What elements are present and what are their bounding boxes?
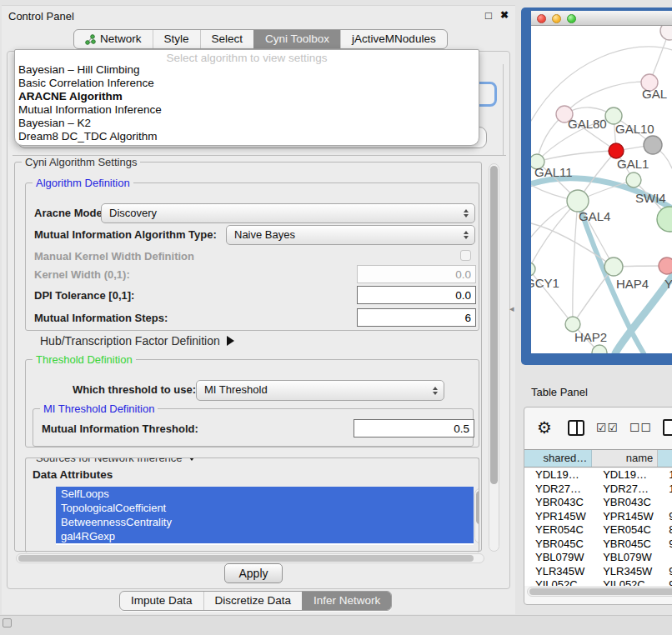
network-node[interactable] (644, 136, 662, 154)
algorithm-option[interactable]: ARACNE Algorithm (15, 90, 479, 103)
table-horizontal-scrollbar[interactable] (527, 587, 672, 597)
tab-cyni-toolbox[interactable]: Cyni Toolbox (253, 30, 340, 48)
gear-icon[interactable]: ⚙ (537, 418, 552, 438)
table-cell: YBL079W (592, 551, 658, 565)
settings-vertical-scrollbar[interactable] (489, 163, 499, 552)
scrollbar-thumb[interactable] (476, 491, 479, 524)
table-panel-title: Table Panel (531, 386, 588, 398)
algorithm-option[interactable]: Mutual Information Inference (15, 103, 479, 117)
control-panel-tabbar: NetworkStyleSelectCyni ToolboxjActiveMNo… (73, 29, 448, 49)
which-threshold-combo[interactable]: MI Threshold (196, 380, 444, 401)
network-node-swi4[interactable] (626, 172, 641, 188)
splitter-collapse-icon[interactable]: ◂ (509, 303, 514, 314)
network-node[interactable] (657, 207, 672, 232)
table-row[interactable]: YDR27…YDR27…12 (524, 482, 672, 497)
attribute-option[interactable]: gal4RGexp (56, 529, 474, 543)
table-row[interactable]: YBL079WYBL079W (524, 551, 672, 565)
mi-steps-label: Mutual Information Steps: (34, 312, 168, 324)
mi-steps-input[interactable] (357, 308, 476, 327)
node-label: GAL (642, 87, 667, 101)
unchecked-checkboxes-icon[interactable]: ☐☐ (629, 421, 652, 434)
algorithm-option[interactable]: Dream8 DC_TDC Algorithm (15, 130, 479, 143)
network-node-gcy1[interactable] (531, 262, 535, 276)
node-label: GCY1 (531, 276, 559, 290)
table-cell: YBR043C (524, 496, 592, 510)
checked-checkboxes-icon[interactable]: ☑☑ (596, 421, 619, 434)
table-cell: YDR27… (524, 482, 592, 497)
close-panel-icon[interactable]: ✖ (500, 9, 509, 21)
mi-algorithm-type-combo[interactable]: Naive Bayes (226, 225, 475, 245)
attributes-scrollbar[interactable] (474, 488, 479, 543)
attribute-option[interactable]: TopologicalCoefficient (56, 501, 474, 515)
tab-select[interactable]: Select (200, 30, 254, 48)
network-node-y[interactable] (659, 258, 672, 274)
tab-label: Discretize Data (215, 592, 292, 610)
attribute-option[interactable]: BetweennessCentrality (56, 515, 474, 529)
combo-spinner-icon (433, 387, 438, 395)
tab-impute-data[interactable]: Impute Data (120, 592, 203, 610)
network-node[interactable] (592, 345, 607, 353)
node-label: HAP2 (574, 330, 607, 344)
column-header[interactable] (658, 450, 672, 467)
hub-definition-expander[interactable]: Hub/Transcription Factor Definition (40, 334, 234, 348)
table-row[interactable]: YIL052CYIL052C9 (524, 578, 672, 586)
settings-horizontal-scrollbar[interactable] (16, 553, 484, 563)
groupbox-border-fragment (503, 64, 504, 155)
network-graph: GALGAL80GAL10GAL1GAL11SWI4GAL4GCY1HAP4YH… (531, 26, 672, 353)
manual-kernel-width-checkbox[interactable] (460, 250, 471, 261)
attribute-option[interactable]: SelfLoops (56, 487, 474, 501)
table-row[interactable]: YPR145WYPR145W9. (524, 510, 672, 524)
network-edge (573, 201, 578, 324)
new-table-icon[interactable] (663, 419, 672, 436)
table-cell: YER054C (524, 523, 592, 538)
scrollbar-thumb[interactable] (529, 588, 672, 595)
mi-threshold-group: MI Threshold Definition Mutual Informati… (33, 408, 474, 447)
column-header[interactable]: shared… (524, 450, 592, 467)
cyni-algorithm-settings-group: Cyni Algorithm Settings Algorithm Defini… (14, 162, 482, 552)
scrollbar-thumb[interactable] (18, 555, 474, 562)
tab-label: Select (212, 30, 243, 48)
float-panel-icon[interactable]: □ (485, 9, 492, 22)
table-row[interactable]: YBR045CYBR045C9. (524, 538, 672, 552)
tab-network[interactable]: Network (74, 30, 153, 48)
dpi-tolerance-input[interactable] (357, 286, 476, 304)
expand-arrow-icon (227, 336, 234, 346)
tab-jactivemnodules[interactable]: jActiveMNodules (340, 30, 447, 48)
network-node[interactable] (660, 26, 672, 40)
table-cell: 9. (658, 538, 672, 552)
table-row[interactable]: YDL19…YDL19…13 (524, 468, 672, 482)
hub-definition-label: Hub/Transcription Factor Definition (40, 334, 220, 348)
tab-label: jActiveMNodules (352, 30, 436, 48)
column-header[interactable]: name (592, 450, 658, 467)
table-row[interactable]: YBR043CYBR043C (524, 496, 672, 510)
aracne-mode-combo[interactable]: Discovery (101, 203, 475, 223)
zoom-window-icon[interactable] (567, 14, 576, 23)
close-window-icon[interactable] (537, 14, 546, 23)
algorithm-option[interactable]: Basic Correlation Inference (15, 77, 479, 90)
tab-discretize-data[interactable]: Discretize Data (203, 592, 303, 610)
tab-style[interactable]: Style (153, 30, 200, 48)
split-columns-icon[interactable] (568, 420, 584, 436)
table-row[interactable]: YER054CYER054C8. (524, 523, 672, 538)
network-node-hap4[interactable] (604, 258, 623, 276)
table-cell: 8. (658, 523, 672, 538)
network-canvas[interactable]: GALGAL80GAL10GAL1GAL11SWI4GAL4GCY1HAP4YH… (531, 26, 672, 353)
collapse-arrow-icon[interactable] (187, 458, 197, 461)
algorithm-option[interactable]: Bayesian – K2 (15, 117, 479, 130)
application-window: Control Panel □ ✖ NetworkStyleSelectCyni… (0, 0, 672, 635)
table-cell: YPR145W (524, 510, 592, 524)
algorithm-option[interactable]: Bayesian – Hill Climbing (15, 63, 479, 77)
tab-label: Infer Network (313, 592, 380, 610)
apply-button[interactable]: Apply (224, 563, 283, 583)
node-label: GAL80 (568, 117, 607, 131)
mi-threshold-input[interactable] (354, 419, 474, 438)
scrollbar-thumb[interactable] (490, 166, 498, 484)
panel-grip-icon[interactable] (3, 618, 12, 628)
tab-infer-network[interactable]: Infer Network (302, 592, 391, 610)
minimize-window-icon[interactable] (552, 14, 561, 23)
table-cell: YBL079W (524, 551, 592, 565)
table-row[interactable]: YLR345WYLR345W9. (524, 565, 672, 579)
mi-type-label: Mutual Information Algorithm Type: (34, 228, 217, 241)
aracne-mode-value: Discovery (109, 207, 157, 219)
node-label: GAL10 (615, 122, 654, 136)
